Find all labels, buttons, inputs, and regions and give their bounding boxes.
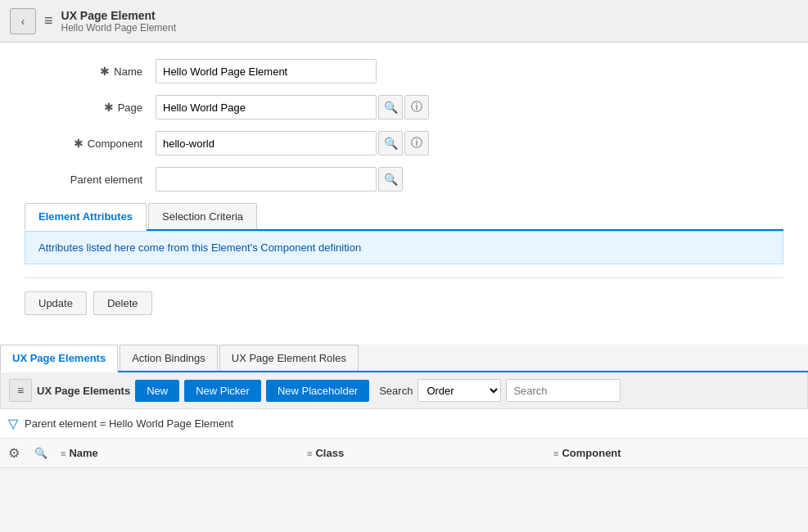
component-col-label: Component [562,447,621,459]
required-star-page: ✱ [104,101,114,114]
component-col-icon: ≡ [553,449,558,458]
component-input-wrap: 🔍 ⓘ [156,131,429,156]
settings-icon[interactable]: ⚙ [8,445,20,461]
name-input-wrap [156,59,377,83]
parent-label: Parent element [25,174,156,186]
main-tabs: Element Attributes Selection Criteria [25,203,783,231]
search-col: 🔍 [34,447,61,459]
delete-button[interactable]: Delete [93,291,152,315]
required-star-component: ✱ [74,137,84,150]
toolbar-menu-button[interactable]: ≡ [9,379,32,402]
new-button[interactable]: New [135,380,179,402]
bottom-tab-ux-page-elements[interactable]: UX Page Elements [0,345,118,372]
class-col-label: Class [315,447,344,459]
parent-search-button[interactable]: 🔍 [378,167,403,192]
page-info-button[interactable]: ⓘ [404,95,429,119]
header-title-sub: Hello World Page Element [61,22,177,34]
header-title-main: UX Page Element [61,9,177,22]
tab-selection-criteria[interactable]: Selection Criteria [148,203,257,229]
class-col-icon: ≡ [307,449,312,458]
required-star-name: ✱ [100,65,110,78]
parent-input-wrap: 🔍 [156,167,403,192]
action-buttons: Update Delete [25,291,783,315]
bottom-tab-ux-page-element-roles[interactable]: UX Page Element Roles [219,345,359,371]
component-label: ✱ Component [25,137,156,150]
bottom-tabs: UX Page Elements Action Bindings UX Page… [0,345,808,372]
toolbar-search-input[interactable] [506,379,621,402]
name-col-label: Name [69,447,97,459]
page-label: ✱ Page [25,101,156,114]
component-input[interactable] [156,131,377,156]
search-icon[interactable]: 🔍 [34,447,47,459]
class-col-header[interactable]: ≡ Class [307,447,553,459]
tab-element-attributes[interactable]: Element Attributes [25,203,147,231]
order-select[interactable]: Order Name Class Component [418,379,501,402]
divider-1 [25,277,783,278]
component-field-row: ✱ Component 🔍 ⓘ [25,131,783,156]
filter-icon: ▽ [8,416,18,431]
app-header: ‹ ≡ UX Page Element Hello World Page Ele… [0,0,808,43]
name-col-icon: ≡ [61,449,65,458]
name-field-row: ✱ Name [25,59,783,83]
filter-row: ▽ Parent element = Hello World Page Elem… [0,409,808,439]
main-content: ✱ Name ✱ Page 🔍 ⓘ ✱ Component 🔍 ⓘ Pa [0,43,808,345]
search-label: Search [379,385,413,397]
page-search-button[interactable]: 🔍 [378,95,403,119]
parent-field-row: Parent element 🔍 [25,167,783,192]
settings-col: ⚙ [8,445,34,461]
info-box: Attributes listed here come from this El… [25,231,783,264]
component-search-button[interactable]: 🔍 [378,131,403,156]
name-label: ✱ Name [25,65,156,78]
parent-input[interactable] [156,167,377,192]
component-info-button[interactable]: ⓘ [404,131,429,156]
page-field-row: ✱ Page 🔍 ⓘ [25,95,783,119]
page-input[interactable] [156,95,377,119]
toolbar: ≡ UX Page Elements New New Picker New Pl… [0,372,808,409]
bottom-section: UX Page Elements Action Bindings UX Page… [0,345,808,468]
update-button[interactable]: Update [25,291,87,315]
filter-text: Parent element = Hello World Page Elemen… [25,417,233,430]
header-titles: UX Page Element Hello World Page Element [61,9,177,34]
new-placeholder-button[interactable]: New Placeholder [266,380,369,402]
name-input[interactable] [156,59,377,83]
name-col-header[interactable]: ≡ Name [61,447,307,459]
toolbar-section-label: UX Page Elements [37,385,130,397]
back-button[interactable]: ‹ [10,8,36,34]
hamburger-icon[interactable]: ≡ [44,12,53,29]
back-icon: ‹ [21,15,25,28]
table-header: ⚙ 🔍 ≡ Name ≡ Class ≡ Component [0,439,808,468]
toolbar-menu-icon: ≡ [17,384,24,397]
component-col-header[interactable]: ≡ Component [553,447,800,459]
bottom-tab-action-bindings[interactable]: Action Bindings [120,345,218,371]
page-input-wrap: 🔍 ⓘ [156,95,429,119]
new-picker-button[interactable]: New Picker [184,380,261,402]
